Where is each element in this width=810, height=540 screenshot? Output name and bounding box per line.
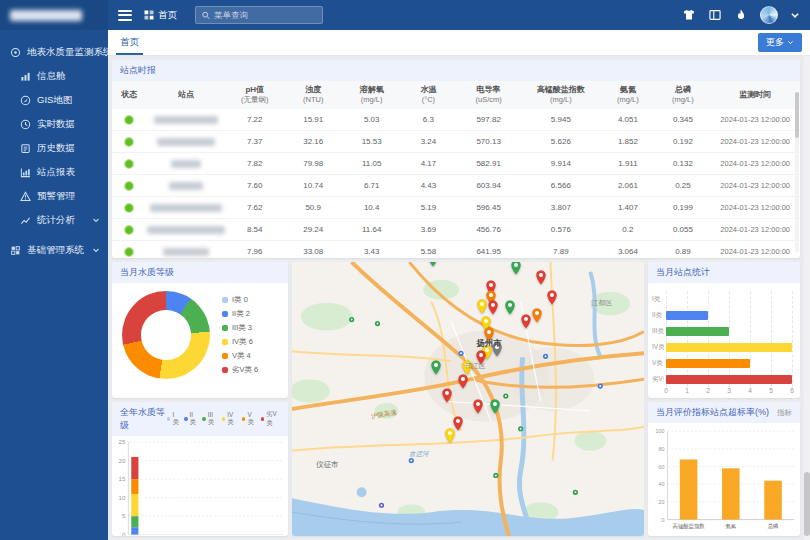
svg-text:5: 5 (122, 512, 126, 519)
flame-icon[interactable] (734, 8, 748, 22)
metric-value: 597.82 (456, 115, 521, 124)
sidebar-item-label: 信息舱 (37, 70, 66, 83)
table-scrollbar[interactable] (795, 92, 799, 252)
trend-icon (20, 215, 31, 226)
column-header: 状态 (112, 90, 146, 100)
exceedance-panel: 当月评价指标站点超标率(%) 指标 020406080100高锰酸盐指数氨氮总磷 (648, 402, 800, 536)
metric-value: 15.53 (342, 137, 400, 146)
legend-item[interactable]: IV类 (222, 411, 237, 427)
station-pin-green[interactable] (504, 300, 515, 315)
breadcrumb[interactable]: 首页 (144, 9, 177, 22)
legend-item[interactable]: I类 0 (222, 293, 258, 307)
metric-value: 456.76 (456, 225, 521, 234)
station-pin-red[interactable] (472, 399, 483, 414)
exceedance-title: 当月评价指标站点超标率(%) (656, 406, 769, 419)
table-row: 7.9633.083.435.58641.957.893.0640.892024… (112, 241, 800, 258)
lower-grid: 当月水质等级 I类 0II类 2III类 3IV类 6V类 4劣V类 6 (112, 262, 806, 536)
sidebar-item-7[interactable]: 统计分析 (0, 208, 108, 232)
station-pin-orange[interactable] (532, 308, 543, 323)
legend-item[interactable]: IV类 6 (222, 335, 258, 349)
page-scrollbar[interactable] (804, 56, 810, 540)
app-logo (0, 0, 108, 30)
quality-donut-panel: 当月水质等级 I类 0II类 2III类 3IV类 6V类 4劣V类 6 (112, 262, 288, 398)
legend-item[interactable]: V类 (242, 411, 256, 427)
station-pin-red[interactable] (457, 374, 468, 389)
chevron-down-icon[interactable] (790, 10, 800, 20)
metric-value: 4.17 (401, 159, 456, 168)
sidebar-section-base[interactable]: 基础管理系统 (0, 238, 108, 262)
more-button-label: 更多 (766, 36, 784, 49)
station-pin-red[interactable] (547, 290, 558, 305)
monitor-time: 2024-01-23 12:00:00 (710, 181, 799, 190)
station-pin-green[interactable] (490, 399, 501, 414)
legend-item[interactable]: I类 (167, 411, 179, 427)
legend-item[interactable]: 劣V类 6 (222, 363, 258, 377)
menu-search (195, 6, 323, 24)
metric-value: 3.24 (401, 137, 456, 146)
metric-value: 0.132 (655, 159, 710, 168)
sidebar-item-6[interactable]: 预警管理 (0, 184, 108, 208)
sidebar-item-label: 统计分析 (37, 214, 75, 227)
metric-value: 2.061 (600, 181, 655, 190)
station-pin-gray[interactable] (492, 342, 503, 357)
status-dot (124, 225, 134, 235)
station-pin-red[interactable] (520, 314, 531, 329)
legend-item[interactable]: II类 (184, 411, 197, 427)
station-pin-red[interactable] (441, 388, 452, 403)
sidebar-menu: 地表水质量监测系统信息舱GIS地图实时数据历史数据站点报表预警管理统计分析基础管… (0, 30, 108, 262)
hamburger-icon[interactable] (118, 7, 132, 23)
column-header: 氨氮(mg/L) (600, 85, 655, 104)
station-report-panel: 站点时报 状态站点pH值(无量纲)浊度(NTU)溶解氧(mg/L)水温(°C)电… (112, 60, 800, 258)
metric-value: 5.58 (401, 247, 456, 256)
station-pin-green[interactable] (430, 360, 441, 375)
station-pin-red[interactable] (535, 270, 546, 285)
svg-text:10: 10 (118, 494, 125, 501)
monitor-time: 2024-01-23 12:00:00 (710, 203, 799, 212)
station-pin-red[interactable] (487, 300, 498, 315)
station-pin-yellow[interactable] (477, 299, 488, 314)
monitor-time: 2024-01-23 12:00:00 (710, 247, 799, 256)
station-pin-orange[interactable] (484, 327, 495, 342)
cube-icon (10, 245, 21, 256)
metric-value: 7.96 (226, 247, 284, 256)
shirt-icon[interactable] (682, 8, 696, 22)
sidebar-item-4[interactable]: 历史数据 (0, 136, 108, 160)
station-pin-yellow[interactable] (461, 360, 472, 375)
topbar-actions (682, 6, 800, 24)
column-header: 站点 (146, 90, 225, 100)
metric-value: 7.37 (226, 137, 284, 146)
column-header: 高锰酸盐指数(mg/L) (521, 85, 600, 104)
sidebar-item-label: 站点报表 (37, 166, 75, 179)
station-map[interactable]: 扬州市邗江区江都区仪征市沪陕高速古运河 (292, 262, 644, 536)
legend-item[interactable]: III类 3 (222, 321, 258, 335)
tab-home[interactable]: 首页 (116, 31, 143, 55)
sidebar-item-3[interactable]: 实时数据 (0, 112, 108, 136)
sidebar-item-5[interactable]: 站点报表 (0, 160, 108, 184)
metric-value: 596.45 (456, 203, 521, 212)
legend-item[interactable]: 劣V类 (261, 410, 280, 428)
legend-item[interactable]: III类 (202, 411, 217, 427)
hbar-row: V类 (666, 355, 792, 371)
metric-value: 3.807 (521, 203, 600, 212)
svg-text:0: 0 (122, 531, 126, 536)
station-pin-red[interactable] (476, 350, 487, 365)
station-name-redacted (157, 138, 215, 146)
station-pin-yellow[interactable] (444, 428, 455, 443)
more-button[interactable]: 更多 (758, 33, 802, 52)
app-root: 地表水质量监测系统信息舱GIS地图实时数据历史数据站点报表预警管理统计分析基础管… (0, 0, 810, 540)
legend-item[interactable]: II类 2 (222, 307, 258, 321)
metric-value: 11.05 (342, 159, 400, 168)
sidebar-item-1[interactable]: 信息舱 (0, 64, 108, 88)
sidebar-section-main[interactable]: 地表水质量监测系统 (0, 40, 108, 64)
layout-icon[interactable] (708, 8, 722, 22)
exceedance-link[interactable]: 指标 (777, 408, 792, 418)
monthly-station-xaxis: 0123456 (666, 387, 792, 397)
station-pin-green[interactable] (427, 262, 438, 267)
topbar: 首页 (108, 0, 810, 30)
search-input[interactable] (214, 10, 316, 20)
station-pin-green[interactable] (510, 262, 521, 275)
user-avatar[interactable] (760, 6, 778, 24)
sidebar-item-2[interactable]: GIS地图 (0, 88, 108, 112)
svg-text:0: 0 (662, 516, 665, 522)
legend-item[interactable]: V类 4 (222, 349, 258, 363)
